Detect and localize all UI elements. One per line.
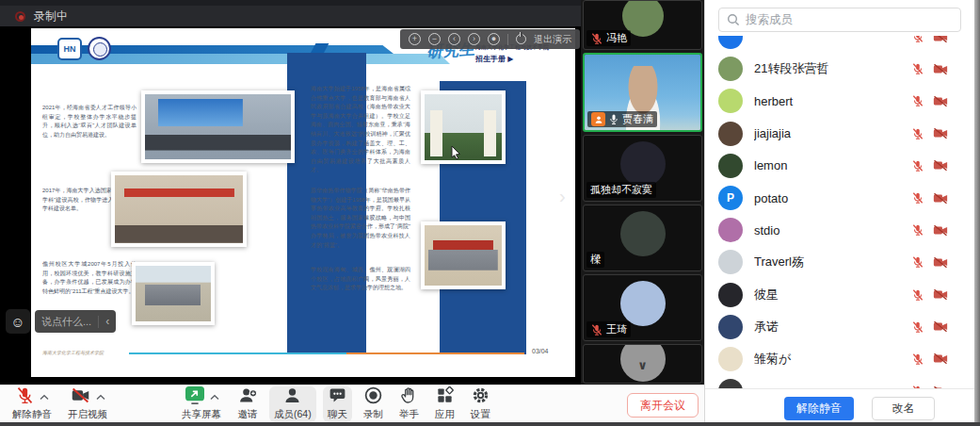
campus-gate-photo (132, 262, 215, 325)
chevron-up-icon[interactable] (40, 394, 49, 401)
toolbar-members-button[interactable]: 成员(64) (269, 386, 316, 422)
member-row[interactable]: jiajiajia (705, 118, 971, 150)
host-badge-icon (591, 112, 605, 126)
collapse-chat-icon[interactable]: ‹ (105, 315, 109, 328)
divider (98, 316, 99, 328)
member-row[interactable]: 雏菊が (705, 343, 971, 375)
camera-muted-icon (933, 192, 948, 205)
member-avatar (718, 347, 743, 371)
video-tile-collapsed[interactable]: ∨ (583, 344, 702, 384)
camera-muted-icon (933, 127, 948, 139)
camera-muted-icon (933, 256, 948, 269)
toolbar-item-label: 录制 (363, 408, 383, 421)
rename-button[interactable]: 改名 (872, 397, 935, 420)
paragraph: 原华南热带作物学院（简称“华南热带作物大学”）创建于1958年，是我国最早从事热… (311, 187, 410, 250)
laser-pointer-icon[interactable]: ● (488, 33, 500, 45)
next-page-icon[interactable]: › (468, 33, 480, 45)
member-row[interactable]: Traverl殇 (705, 246, 971, 278)
toolbar-item-label: 设置 (471, 408, 490, 421)
video-tile-wangqi[interactable]: 王琦 (583, 274, 702, 341)
zoom-in-icon[interactable]: + (409, 33, 421, 45)
member-row[interactable]: lemon (705, 150, 971, 182)
member-avatar (718, 89, 743, 113)
chat-placeholder: 说点什么... (41, 315, 91, 329)
member-row[interactable] (705, 375, 971, 388)
participant-name-label: 王琦 (586, 321, 631, 337)
member-row[interactable]: 彼星 (705, 279, 971, 311)
gear-icon (471, 385, 490, 409)
camera-muted-icon (933, 159, 948, 172)
recording-icon (15, 11, 25, 22)
participant-name: 王琦 (606, 322, 627, 336)
video-tile-gudu[interactable]: 孤独却不寂寞 (583, 135, 702, 202)
member-name: 承诺 (754, 319, 911, 336)
previous-page-icon[interactable]: ‹ (448, 33, 460, 45)
toolbar-unmute-button[interactable]: 解除静音 (8, 386, 56, 422)
campus-gate-photo (421, 221, 506, 289)
member-row[interactable]: 21转段张营哲 (705, 53, 971, 85)
toolbar-raise-hand-button[interactable]: 举手 (394, 386, 424, 422)
toolbar-settings-button[interactable]: 设置 (466, 386, 495, 422)
member-row[interactable]: Ppotato (705, 182, 971, 214)
mic-muted-icon (911, 127, 924, 140)
exit-presentation-button[interactable]: 退出演示 (534, 33, 571, 46)
chevron-up-icon[interactable] (96, 394, 105, 401)
participant-name-label: 孤独却不寂寞 (586, 182, 656, 198)
apps-icon (436, 386, 454, 408)
mic-muted-icon (590, 32, 603, 45)
campus-gate-photo (421, 90, 506, 164)
mic-muted-icon (911, 223, 924, 237)
university-logo: HN (57, 38, 82, 60)
toolbar-invite-button[interactable]: 邀请 (233, 386, 263, 422)
toolbar-chat-button[interactable]: 聊天 (323, 386, 352, 422)
member-row[interactable] (705, 36, 971, 53)
member-list[interactable]: 21转段张营哲herbertjiajiajialemonPpotatostdio… (705, 36, 971, 388)
camera-muted-icon (933, 63, 948, 75)
video-tile-liang[interactable]: 樑 (583, 205, 702, 271)
mic-muted-icon (911, 255, 924, 269)
person-add-icon (237, 385, 258, 409)
member-row[interactable]: 承诺 (705, 311, 971, 343)
chevron-up-icon[interactable] (210, 394, 219, 401)
person-icon (282, 385, 302, 409)
video-thumbnail-strip: 冯艳贾春满孤独却不寂寞樑王琦∨ (581, 0, 704, 385)
paragraph: 2021年，经海南省委人才工作领导小组审定，学校整体办学水平稳步提升，顺利入选“… (42, 104, 137, 139)
mic-muted-icon (911, 94, 924, 107)
toolbar-apps-button[interactable]: 应用 (430, 386, 459, 422)
toolbar-share-screen-button[interactable]: 共享屏幕 (177, 386, 226, 422)
member-name: stdio (754, 223, 911, 238)
collapse-strip-icon[interactable]: ∨ (637, 358, 648, 372)
video-tile-fengyan[interactable]: 冯艳 (583, 0, 702, 50)
toolbar-item-label: 应用 (435, 408, 455, 421)
search-input[interactable]: 搜索成员 (718, 8, 961, 32)
zoom-out-icon[interactable]: − (428, 33, 441, 45)
floating-chat-bar: ☺ 说点什么... ‹ (6, 309, 116, 334)
member-name: lemon (754, 158, 911, 172)
power-icon (516, 34, 526, 44)
member-avatar (718, 218, 743, 242)
member-row[interactable]: herbert (705, 85, 971, 117)
emoji-button[interactable]: ☺ (6, 309, 30, 334)
screen-share-stage: HN 研究生 海南大学化学工程与技术学院 招生手册 ▶ 2021年，经海南省委人… (0, 26, 581, 385)
raise-hand-icon (399, 385, 418, 409)
camera-muted-icon (933, 352, 948, 365)
toolbar-start-video-button[interactable]: 开启视频 (63, 386, 112, 422)
footer-college: 海南大学化学工程与技术学院 (42, 350, 104, 355)
search-placeholder: 搜索成员 (746, 12, 793, 28)
toolbar-record-button[interactable]: 录制 (359, 386, 388, 422)
video-tile-jiachunman[interactable]: 贾春满 (583, 53, 702, 132)
chat-input[interactable]: 说点什么... ‹ (35, 310, 116, 333)
toolbar-item-label: 开启视频 (68, 408, 107, 421)
mic-muted-icon (15, 385, 35, 409)
unmute-button[interactable]: 解除静音 (784, 397, 854, 420)
leave-meeting-button[interactable]: 离开会议 (627, 393, 699, 418)
recording-status: 录制中 (34, 8, 68, 25)
toolbar-item-label: 共享屏幕 (182, 408, 221, 421)
next-slide-arrow[interactable]: › (559, 187, 566, 205)
participant-avatar (620, 211, 666, 256)
camera-muted-icon (933, 320, 948, 333)
participant-avatar (620, 281, 666, 326)
member-name: herbert (754, 94, 911, 108)
member-avatar (718, 36, 743, 49)
member-row[interactable]: stdio (705, 214, 971, 246)
